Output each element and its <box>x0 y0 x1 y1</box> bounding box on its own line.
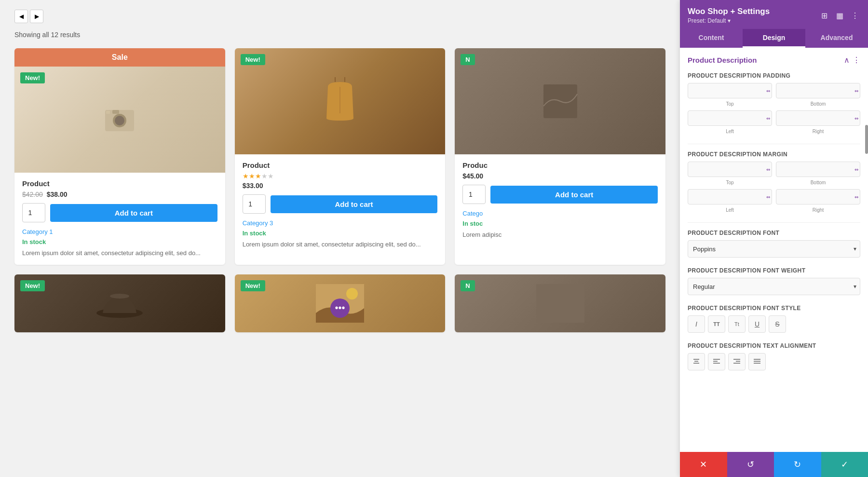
margin-bottom-label: Bottom <box>776 180 860 185</box>
align-center-button[interactable] <box>688 353 705 370</box>
pagination[interactable]: ◀ ▶ <box>14 10 665 23</box>
section-title: Product Description <box>688 56 757 64</box>
prev-page-btn[interactable]: ◀ <box>14 10 28 23</box>
padding-left-wrap: ⇔ <box>688 110 772 126</box>
product-card: Sale New! Product $42.00 $38. <box>14 48 225 265</box>
category-link[interactable]: Category 3 <box>243 219 438 227</box>
underline-button[interactable]: U <box>748 315 766 333</box>
margin-bottom-input[interactable] <box>776 162 860 177</box>
next-page-btn[interactable]: ▶ <box>30 10 43 23</box>
category-link[interactable]: Category 1 <box>22 228 217 235</box>
margin-right-label: Right <box>776 207 860 213</box>
padding-top-label: Top <box>688 101 772 107</box>
padding-bottom-wrap: ⇔ <box>776 83 860 98</box>
product-description: Lorem ipsum dolor sit amet, consectetur … <box>243 240 438 249</box>
tab-content[interactable]: Content <box>680 29 743 48</box>
product-card: N Produc $45.00 Add to cart Catego <box>455 48 665 265</box>
product-price: $45.00 <box>462 172 658 180</box>
add-to-cart-button[interactable]: Add to cart <box>490 186 658 204</box>
font-select[interactable]: Poppins Roboto Open Sans <box>688 240 860 258</box>
strikethrough-button[interactable]: S <box>769 315 786 333</box>
margin-top-input[interactable] <box>688 162 772 177</box>
margin-left-right: ⇔ ⇔ <box>688 189 860 204</box>
qty-input[interactable] <box>462 185 486 204</box>
padding-right-input[interactable] <box>776 110 860 126</box>
add-to-cart-button[interactable]: Add to cart <box>50 204 217 222</box>
divider <box>688 144 860 144</box>
add-to-cart-button[interactable]: Add to cart <box>271 195 438 213</box>
align-left-button[interactable] <box>708 353 725 370</box>
align-justify-button[interactable] <box>748 353 766 370</box>
svg-point-12 <box>346 288 358 300</box>
bold-tt-button[interactable]: TT <box>708 315 725 333</box>
more-section-icon[interactable]: ⋮ <box>853 55 860 65</box>
more-options-icon[interactable]: ⋮ <box>850 10 860 21</box>
collapse-icon[interactable]: ∧ <box>844 55 850 65</box>
italic-button[interactable]: I <box>688 315 705 333</box>
product-card: New! <box>14 274 225 332</box>
in-stock-label: In stock <box>243 230 438 237</box>
layout-icon[interactable]: ▦ <box>834 10 845 21</box>
product-card: New! Product ★★★★★ $33.00 <box>235 48 446 265</box>
font-style-label: Product Description Font Style <box>688 305 860 312</box>
star-rating: ★★★★★ <box>243 172 438 180</box>
padding-bottom-input[interactable] <box>776 83 860 98</box>
qty-input[interactable] <box>22 203 45 222</box>
add-to-cart-row: Add to cart <box>462 185 658 204</box>
panel-header-icons: ⊞ ▦ ⋮ <box>819 10 860 21</box>
panel-preset[interactable]: Preset: Default ▾ <box>688 17 770 24</box>
margin-field-group: Product Description Margin ⇔ ⇔ Top Botto… <box>688 151 860 213</box>
padding-sublabels-lr: Left Right <box>688 129 860 134</box>
padding-top-bottom: ⇔ ⇔ <box>688 83 860 98</box>
badge-new: New! <box>241 280 265 291</box>
badge-new: New! <box>20 280 45 291</box>
margin-label: Product Description Margin <box>688 151 860 158</box>
align-right-button[interactable] <box>728 353 746 370</box>
panel-tabs: Content Design Advanced <box>680 29 868 48</box>
product-image-bag <box>235 48 446 154</box>
product-description: Lorem ipsum dolor sit amet, consectetur … <box>22 248 217 258</box>
tab-advanced[interactable]: Advanced <box>805 29 868 48</box>
undo-button[interactable]: ↺ <box>727 452 774 477</box>
padding-left-input[interactable] <box>688 110 772 126</box>
panel-title-group: Woo Shop + Settings Preset: Default ▾ <box>688 7 770 24</box>
product-image-camera <box>14 67 225 173</box>
font-weight-select[interactable]: Regular Bold Light Medium <box>688 278 860 295</box>
product-image: New! <box>14 274 225 332</box>
cancel-button[interactable]: ✕ <box>680 452 727 477</box>
new-price: $38.00 <box>47 191 68 198</box>
tab-design[interactable]: Design <box>743 29 805 48</box>
margin-left-input[interactable] <box>688 189 772 204</box>
font-field-group: Product Description Font Poppins Roboto … <box>688 230 860 258</box>
product-card: New! ••• <box>235 274 446 332</box>
margin-top-bottom: ⇔ ⇔ <box>688 162 860 177</box>
title-case-button[interactable]: Tt <box>728 315 746 333</box>
padding-top-input[interactable] <box>688 83 772 98</box>
redo-button[interactable]: ↻ <box>774 452 821 477</box>
product-image: New! <box>14 67 225 173</box>
margin-bottom-wrap: ⇔ <box>776 162 860 177</box>
text-alignment-label: Product Description Text Alignment <box>688 342 860 349</box>
margin-right-input[interactable] <box>776 189 860 204</box>
responsive-icon[interactable]: ⊞ <box>819 10 829 21</box>
product-image-hat <box>14 274 225 332</box>
settings-panel: Woo Shop + Settings Preset: Default ▾ ⊞ … <box>680 0 868 477</box>
margin-left-wrap: ⇔ <box>688 189 772 204</box>
padding-right-label: Right <box>776 129 860 134</box>
save-button[interactable]: ✓ <box>821 452 868 477</box>
panel-title: Woo Shop + Settings <box>688 7 770 16</box>
badge-new: N <box>461 280 475 291</box>
padding-field-group: Product Description Padding ⇔ ⇔ Top Bott… <box>688 72 860 134</box>
category-link[interactable]: Catego <box>462 210 658 217</box>
scrollbar[interactable] <box>865 125 868 154</box>
link-icon: ⇔ <box>854 88 858 94</box>
text-alignment-field-group: Product Description Text Alignment <box>688 342 860 370</box>
font-weight-field-group: Product Description Font Weight Regular … <box>688 267 860 295</box>
link-icon: ⇔ <box>766 167 770 172</box>
section-controls: ∧ ⋮ <box>844 55 860 65</box>
link-icon: ⇔ <box>766 88 770 94</box>
floating-action-button[interactable]: ••• <box>330 299 350 318</box>
in-stock-label: In stock <box>22 238 217 245</box>
product-info: Produc $45.00 Add to cart Catego In stoc… <box>455 154 665 246</box>
qty-input[interactable] <box>243 194 266 214</box>
